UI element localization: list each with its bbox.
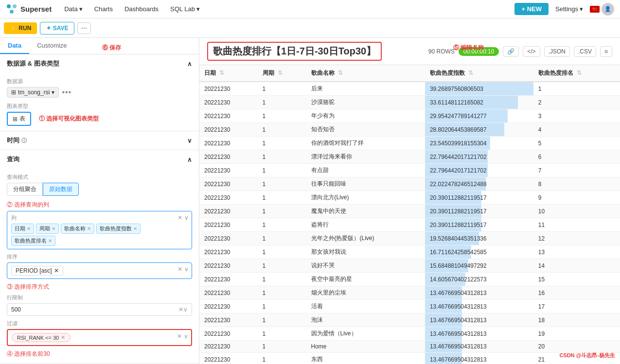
col-header-songname[interactable]: 歌曲名称 ⇅ (306, 65, 425, 82)
filter-clear-btn[interactable]: ✕ (177, 333, 182, 340)
datasource-section-body: 数据源 ⊞ tm_song_rsi ▾ ••• 图表类型 ⊞ 表 (0, 73, 199, 131)
remove-col-songname[interactable]: ✕ (87, 226, 91, 231)
td-rsi: 22.022478246512488 (425, 177, 533, 191)
tab-data[interactable]: Data (0, 38, 29, 54)
td-rsi: 16.711624258542585 (425, 245, 533, 259)
td-rsi: 13.467669504312813 (425, 286, 533, 300)
td-cell: 20221230 (199, 137, 258, 150)
td-cell: 20221230 (199, 327, 258, 341)
columns-clear-btn[interactable]: ✕ (177, 214, 182, 221)
col-header-date[interactable]: 日期 ⇅ (199, 65, 258, 82)
td-cell: 16 (533, 286, 620, 300)
code-btn[interactable]: </> (523, 46, 540, 57)
filter-box: RSI_RANK <= 30 ✕ ✕ ∨ (7, 329, 192, 346)
svg-point-1 (13, 4, 17, 8)
settings-menu[interactable]: Settings ▾ (550, 3, 588, 15)
td-cell: 1 (533, 82, 620, 96)
nav-sqllab[interactable]: SQL Lab ▾ (165, 3, 205, 15)
td-cell: 9 (533, 191, 620, 205)
run-button[interactable]: ⚡ RUN (4, 22, 37, 34)
td-cell: 20221230 (199, 191, 258, 205)
td-cell: 20221230 (199, 164, 258, 177)
json-btn[interactable]: .JSON (544, 46, 570, 57)
annotation-edit: ⑤ 编辑名称 (453, 44, 484, 52)
data-table-container: 日期 ⇅ 周期 ⇅ 歌曲名称 ⇅ 歌曲热度指数 ⇅ 歌曲热度排名 ⇅ 20221… (199, 65, 620, 364)
td-cell: 夜空中最亮的星 (306, 273, 425, 286)
remove-filter[interactable]: ✕ (61, 334, 65, 341)
remove-col-date[interactable]: ✕ (27, 226, 31, 231)
chevron-down-icon: ▾ (196, 5, 200, 13)
limit-expand-btn[interactable]: ∨ (183, 306, 188, 313)
remove-col-rank[interactable]: ✕ (48, 238, 52, 243)
table-row: 202212301往事只能回味22.0224782465124888 (199, 177, 620, 191)
td-cell: 有点甜 (306, 164, 425, 177)
remove-col-period[interactable]: ✕ (52, 226, 55, 231)
logo: Superset (6, 3, 52, 15)
query-section: 查询 ∧ 查询模式 分组聚合 原始数据 ② 选择查询的列 列 日期 (0, 150, 199, 364)
td-rsi: 15.684881049497292 (425, 259, 533, 273)
td-rsi: 14.605670402122573 (425, 273, 533, 286)
datasource-badge[interactable]: ⊞ tm_song_rsi ▾ (7, 87, 59, 98)
sort-tag: PERIOD [asc] ✕ (11, 266, 63, 276)
td-cell: 1 (258, 191, 306, 205)
sort-clear-btn[interactable]: ✕ (177, 266, 182, 273)
td-cell: 知否知否 (306, 123, 425, 137)
col-tag-period: 周期 ✕ (36, 224, 59, 234)
table-chart-icon: ⊞ (13, 116, 18, 122)
td-cell: 20221230 (199, 286, 258, 300)
nav-dashboards[interactable]: Dashboards (120, 3, 163, 15)
language-flag[interactable]: 🇨🇳 (590, 6, 600, 13)
sort-icon-rank: ⇅ (577, 69, 582, 76)
nav-charts[interactable]: Charts (89, 3, 118, 15)
chart-type-label: 图表类型 (7, 103, 192, 110)
link-btn[interactable]: 🔗 (503, 46, 519, 57)
remove-sort[interactable]: ✕ (54, 267, 59, 274)
new-button[interactable]: + NEW (514, 3, 549, 15)
time-section: 时间 ⓘ ∨ (0, 131, 199, 150)
query-section-header[interactable]: 查询 ∧ (0, 150, 199, 169)
sort-expand-btn[interactable]: ∨ (184, 266, 189, 273)
sort-icon-date: ⇅ (219, 69, 224, 76)
td-cell: 20221230 (199, 123, 258, 137)
td-cell: 魔鬼中的天使 (306, 205, 425, 218)
td-cell: 8 (533, 177, 620, 191)
chart-type-selector[interactable]: ⊞ 表 (7, 112, 31, 126)
table-row: 202212301后来39.268975608065031 (199, 82, 620, 96)
nav-data[interactable]: Data ▾ (59, 3, 87, 15)
col-header-rsi[interactable]: 歌曲热度指数 ⇅ (425, 65, 533, 82)
col-header-rank[interactable]: 歌曲热度排名 ⇅ (533, 65, 620, 82)
td-cell: 20221230 (199, 259, 258, 273)
csv-btn[interactable]: .CSV (574, 46, 596, 57)
td-cell: 20221230 (199, 341, 258, 353)
td-cell: 1 (258, 82, 306, 96)
chevron-down-icon: ▾ (79, 5, 83, 13)
table-row: 202212301光年之外(热爱版）(Live)19.5268404453513… (199, 232, 620, 245)
save-button[interactable]: ✦ SAVE (40, 22, 74, 35)
sort-box-actions: ✕ ∨ (177, 266, 189, 273)
datasource-dots-menu[interactable]: ••• (62, 88, 71, 97)
limit-clear-btn[interactable]: ✕ (178, 306, 183, 313)
sort-icon-songname: ⇅ (338, 69, 343, 76)
chevron-up-icon: ∧ (187, 60, 192, 68)
remove-col-rsi[interactable]: ✕ (133, 226, 137, 231)
mode-aggregate-btn[interactable]: 分组聚合 (7, 183, 43, 196)
td-cell: 3 (533, 109, 620, 123)
columns-tags-row2: 歌曲热度排名 ✕ (11, 236, 188, 246)
extra-icon-button[interactable]: ⋯ (77, 22, 91, 34)
col-tag-rsi: 歌曲热度指数 ✕ (96, 224, 141, 234)
mode-raw-btn[interactable]: 原始数据 (43, 183, 79, 196)
datasource-section-header[interactable]: 数据源 & 图表类型 ∧ (0, 54, 199, 73)
td-cell: 20221230 (199, 218, 258, 232)
td-cell: 1 (258, 232, 306, 245)
columns-expand-btn[interactable]: ∨ (184, 214, 189, 221)
col-header-period[interactable]: 周期 ⇅ (258, 65, 306, 82)
tab-customize[interactable]: Customize (29, 38, 74, 54)
more-btn[interactable]: ≡ (600, 46, 612, 57)
filter-expand-btn[interactable]: ∨ (184, 333, 188, 340)
td-cell: 1 (258, 150, 306, 164)
td-cell: 17 (533, 300, 620, 313)
time-section-header[interactable]: 时间 ⓘ ∨ (0, 131, 199, 150)
td-cell: 14 (533, 259, 620, 273)
user-avatar[interactable]: 👤 (602, 3, 614, 16)
chevron-up-icon: ∧ (187, 156, 192, 163)
